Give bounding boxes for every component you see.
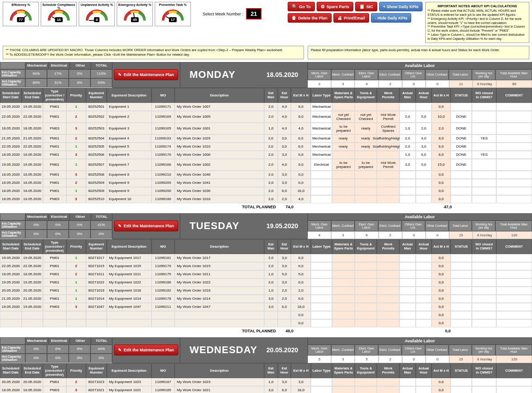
cell[interactable] [399, 187, 416, 195]
cell[interactable]: to be prepared [332, 123, 355, 134]
cell[interactable] [355, 270, 377, 278]
cell[interactable]: 5,0 [416, 159, 432, 171]
cell[interactable] [472, 171, 496, 179]
cell[interactable] [311, 179, 332, 187]
cell[interactable] [355, 187, 377, 195]
cell[interactable] [311, 311, 332, 319]
cell[interactable] [377, 270, 399, 278]
cell[interactable] [451, 311, 472, 319]
cell[interactable] [355, 278, 377, 287]
cell[interactable]: ready [332, 134, 354, 143]
cell[interactable]: 0,0 [432, 103, 451, 111]
cell[interactable] [377, 179, 399, 187]
cell[interactable]: Mechanical [311, 123, 332, 134]
cell[interactable]: 3,0 [399, 159, 416, 171]
cell[interactable] [332, 386, 355, 393]
cell[interactable]: ready [332, 143, 354, 151]
cell[interactable] [355, 151, 377, 159]
cell[interactable] [496, 179, 532, 187]
cell[interactable] [399, 270, 416, 278]
cell[interactable]: DONE [451, 123, 472, 134]
cell[interactable]: 0,0 [432, 270, 451, 278]
cell[interactable]: Mechanical [311, 134, 332, 143]
cell[interactable] [399, 319, 416, 327]
cell[interactable] [496, 278, 532, 287]
cell[interactable] [355, 195, 377, 203]
cell[interactable]: Mechanical [311, 143, 332, 151]
cell[interactable] [377, 151, 399, 159]
cell[interactable] [399, 311, 416, 319]
cell[interactable]: 6,0 [416, 151, 432, 159]
cell[interactable] [377, 311, 399, 319]
cell[interactable] [355, 295, 377, 303]
cell[interactable] [496, 303, 532, 311]
cell[interactable] [377, 103, 399, 111]
cell[interactable] [355, 103, 377, 111]
cell[interactable]: Scaffolding/Heights [377, 143, 399, 151]
cell[interactable] [355, 311, 377, 319]
cell[interactable] [377, 303, 399, 311]
cell[interactable]: 0,0 [432, 386, 451, 393]
cell[interactable] [377, 195, 399, 203]
avail-val[interactable]: 6 [355, 231, 378, 239]
cell[interactable] [377, 254, 399, 262]
cell[interactable] [355, 179, 377, 187]
cell[interactable] [399, 278, 416, 287]
cell[interactable] [496, 171, 532, 179]
cell[interactable]: 0,0 [432, 262, 451, 270]
avail-val[interactable]: 5 [355, 355, 378, 363]
cell[interactable]: Electrical [311, 159, 332, 171]
cell[interactable] [416, 270, 432, 278]
cell[interactable] [496, 295, 532, 303]
cell[interactable] [496, 319, 532, 327]
cell[interactable]: 0,0 [432, 171, 451, 179]
cell[interactable] [472, 287, 496, 295]
cell[interactable] [496, 103, 532, 111]
cell[interactable]: Mechanical [311, 111, 332, 123]
cell[interactable] [332, 187, 355, 195]
cell[interactable] [399, 254, 416, 262]
cell[interactable] [355, 386, 377, 393]
cell[interactable] [451, 171, 472, 179]
cell[interactable]: 0,0 [432, 378, 451, 386]
cell[interactable]: 6,0 [432, 143, 451, 151]
cell[interactable] [472, 159, 496, 171]
cell[interactable] [472, 386, 496, 393]
cell[interactable]: to be prepared [332, 159, 355, 171]
avail-val[interactable]: 2 [379, 355, 402, 363]
cell[interactable]: 0,0 [432, 187, 451, 195]
cell[interactable] [377, 295, 399, 303]
cell[interactable] [311, 254, 332, 262]
cell[interactable]: 0,0 [432, 295, 451, 303]
cell[interactable]: 2,0 [399, 111, 416, 123]
cell[interactable] [332, 254, 355, 262]
cell[interactable]: 3,0 [416, 143, 432, 151]
cell[interactable] [496, 123, 532, 134]
avail-val[interactable]: 3 [331, 80, 355, 88]
cell[interactable] [399, 287, 416, 295]
cell[interactable] [416, 103, 432, 111]
cell[interactable]: Scaffolding/Heights [377, 134, 399, 143]
cell[interactable]: YES [472, 134, 496, 143]
cell[interactable] [451, 187, 472, 195]
cell[interactable] [311, 303, 332, 311]
cell[interactable] [451, 270, 472, 278]
cell[interactable] [451, 386, 472, 393]
edit-maintenance-plan-button[interactable]: ✎Edit the Maintenance Plan [114, 220, 178, 231]
cell[interactable] [311, 295, 332, 303]
cell[interactable] [472, 254, 496, 262]
cell[interactable]: DONE [451, 134, 472, 143]
cell[interactable]: 4,0 [416, 134, 432, 143]
avail-val[interactable]: 0 [402, 355, 426, 363]
cell[interactable] [377, 386, 399, 393]
cell[interactable]: 2,0 [432, 123, 451, 134]
cell[interactable] [416, 179, 432, 187]
cell[interactable] [496, 311, 532, 319]
cell[interactable]: 10,0 [432, 111, 451, 123]
cell[interactable] [472, 187, 496, 195]
cell[interactable] [496, 134, 532, 143]
cell[interactable] [472, 270, 496, 278]
cell[interactable]: 2,0 [399, 134, 416, 143]
cell[interactable] [332, 319, 355, 327]
cell[interactable] [332, 179, 355, 187]
